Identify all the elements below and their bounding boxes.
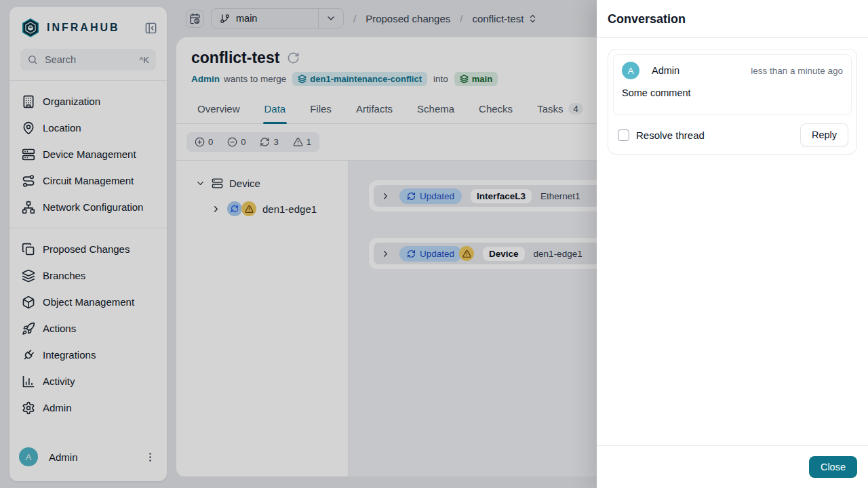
thread-card: A Admin less than a minute ago Some comm… bbox=[608, 49, 857, 155]
conversation-drawer: Conversation A Admin less than a minute … bbox=[597, 0, 868, 488]
close-button[interactable]: Close bbox=[809, 456, 857, 478]
comment-header: A Admin less than a minute ago bbox=[622, 62, 843, 79]
resolve-thread-checkbox[interactable] bbox=[618, 129, 629, 141]
reply-button[interactable]: Reply bbox=[800, 123, 848, 146]
drawer-footer: Close bbox=[597, 445, 868, 488]
drawer-body: A Admin less than a minute ago Some comm… bbox=[597, 38, 868, 445]
comment-body: Some comment bbox=[622, 87, 843, 98]
avatar: A bbox=[622, 62, 639, 79]
drawer-header: Conversation bbox=[597, 0, 868, 38]
thread-actions: Resolve thread Reply bbox=[613, 115, 852, 149]
resolve-thread-label: Resolve thread bbox=[636, 129, 705, 141]
comment-author: Admin bbox=[652, 65, 679, 76]
drawer-title: Conversation bbox=[608, 12, 857, 26]
comment-card: A Admin less than a minute ago Some comm… bbox=[613, 54, 852, 115]
comment-timestamp: less than a minute ago bbox=[751, 66, 843, 76]
